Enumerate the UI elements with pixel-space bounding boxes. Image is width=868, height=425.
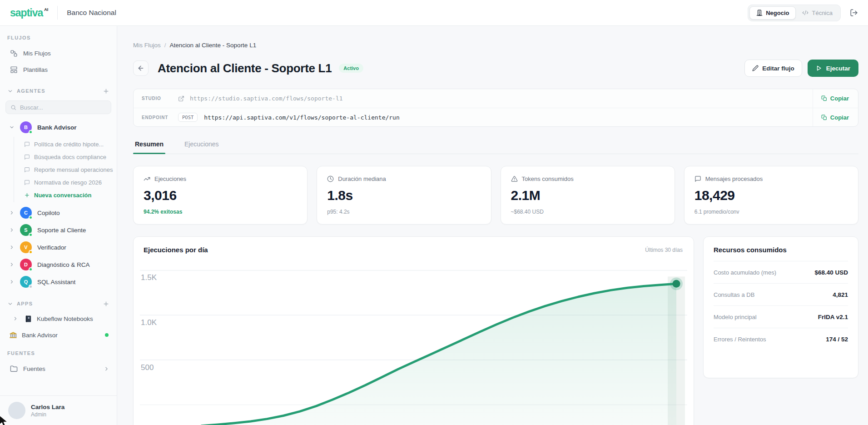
alert-triangle-icon (511, 175, 518, 182)
endpoint-dot[interactable] (673, 280, 680, 288)
conversation-item[interactable]: Búsqueda docs compliance (14, 150, 117, 163)
logo-ai-badge: AI (44, 7, 48, 12)
run-flow-button[interactable]: Ejecutar (808, 60, 858, 77)
breadcrumb-parent[interactable]: Mis Flujos (133, 42, 161, 49)
agentes-section-header[interactable]: AGENTES (0, 84, 117, 98)
sidebar-item-fuentes[interactable]: Fuentes (0, 360, 117, 377)
chart-range-label: Últimos 30 días (645, 247, 683, 253)
notebook-icon (25, 315, 32, 323)
apps-section-header[interactable]: APPS (0, 297, 117, 310)
stat-subtext: ~$68.40 USD (511, 209, 665, 215)
add-app-button[interactable] (103, 300, 109, 307)
status-dot (105, 333, 109, 337)
avatar: C (20, 207, 32, 219)
avatar (8, 402, 25, 419)
page-title: Atencion al Cliente - Soporte L1 (158, 61, 332, 75)
sidebar-item-plantillas[interactable]: Plantillas (0, 61, 117, 78)
external-link-icon[interactable] (178, 95, 184, 102)
stat-label: Ejecuciones (154, 175, 186, 182)
agent-name: Diagnóstico & RCA (37, 261, 90, 268)
search-input[interactable] (20, 104, 106, 111)
conversation-label: Reporte mensual operaciones (34, 166, 113, 173)
tab-resumen[interactable]: Resumen (133, 140, 165, 154)
resource-row: Consultas a DB 4,821 (714, 283, 848, 305)
agent-copiloto[interactable]: C Copiloto (0, 204, 117, 221)
main-content: Mis Flujos / Atencion al Cliente - Sopor… (117, 26, 868, 425)
agent-diagnostico[interactable]: D Diagnóstico & RCA (0, 256, 117, 273)
agent-bank-advisor[interactable]: B Bank Advisor (0, 119, 117, 136)
stat-card-ejecuciones: Ejecuciones 3,016 94.2% exitosas (133, 166, 308, 225)
stat-subtext: p95: 4.2s (327, 209, 481, 215)
chat-icon (24, 167, 30, 173)
area-fill (202, 284, 676, 425)
sidebar-item-mis-flujos[interactable]: Mis Flujos (0, 45, 117, 61)
add-agent-button[interactable] (103, 88, 109, 95)
agent-soporte[interactable]: S Soporte al Cliente (0, 221, 117, 239)
chat-icon (694, 175, 701, 182)
avatar-initial: S (24, 227, 27, 233)
toggle-tecnica-label: Técnica (812, 10, 833, 16)
agent-name: Copiloto (37, 210, 60, 216)
user-profile[interactable]: Carlos Lara Admin (0, 395, 117, 425)
apps-section-label: APPS (17, 301, 33, 306)
stat-value: 2.1M (511, 188, 665, 203)
top-header: saptiva AI Banco Nacional Negocio Técnic… (0, 0, 868, 26)
sidebar-scroll[interactable]: FLUJOS Mis Flujos Plantillas AGENTES (0, 26, 117, 395)
app-label: Kubeflow Notebooks (37, 315, 93, 322)
header-divider (57, 6, 58, 20)
chevron-right-icon (9, 262, 16, 267)
saptiva-logo[interactable]: saptiva AI (10, 8, 48, 18)
templates-icon (10, 66, 18, 74)
new-conversation-button[interactable]: Nueva conversación (14, 189, 117, 201)
conversation-item[interactable]: Reporte mensual operaciones (14, 163, 117, 176)
endpoint-row: ENDPOINT POST https://api.saptiva.com/v1… (134, 108, 858, 126)
edit-flow-label: Editar flujo (762, 65, 794, 72)
breadcrumb-current: Atencion al Cliente - Soporte L1 (170, 42, 257, 49)
studio-label: STUDIO (142, 96, 178, 101)
avatar-initial: B (24, 125, 28, 130)
status-dot (29, 215, 33, 220)
agent-name: Soporte al Cliente (37, 227, 86, 234)
chat-icon (24, 180, 30, 185)
endpoints-panel: STUDIO https://studio.saptiva.com/flows/… (133, 89, 858, 127)
stat-card-duracion: Duración mediana 1.8s p95: 4.2s (317, 166, 491, 225)
agent-sql-assistant[interactable]: Q SQL Assistant (0, 273, 117, 290)
tab-ejecuciones[interactable]: Ejecuciones (183, 140, 221, 154)
copy-endpoint-button[interactable]: Copiar (813, 108, 858, 126)
stat-subtext: 94.2% exitosas (144, 209, 297, 215)
agent-verificador[interactable]: V Verificador (0, 239, 117, 256)
logout-icon[interactable] (850, 9, 858, 17)
building-icon (756, 10, 763, 16)
chevron-down-icon (9, 125, 16, 130)
conversation-item[interactable]: Política de crédito hipote... (14, 138, 117, 150)
back-button[interactable] (133, 60, 149, 76)
flujos-section-label: FLUJOS (0, 35, 117, 40)
y-axis-tick: 500 (141, 363, 154, 372)
edit-flow-button[interactable]: Editar flujo (744, 60, 802, 77)
toggle-negocio-label: Negocio (766, 10, 789, 16)
status-dot (29, 267, 33, 271)
code-icon (802, 10, 808, 16)
new-conversation-label: Nueva conversación (34, 192, 91, 199)
plus-icon (24, 192, 30, 198)
endpoint-url[interactable]: https://api.saptiva.com/v1/flows/soporte… (204, 114, 399, 121)
app-bank-advisor[interactable]: Bank Advisor (0, 327, 117, 343)
agentes-section-label: AGENTES (17, 88, 45, 94)
conversation-label: Política de crédito hipote... (34, 141, 104, 148)
agent-name: Verificador (37, 244, 66, 251)
app-kubeflow[interactable]: Kubeflow Notebooks (0, 310, 117, 327)
chevron-down-icon (7, 88, 13, 94)
sidebar: FLUJOS Mis Flujos Plantillas AGENTES (0, 26, 117, 425)
clock-icon (327, 175, 334, 182)
studio-url[interactable]: https://studio.saptiva.com/flows/soporte… (190, 95, 343, 102)
toggle-tecnica[interactable]: Técnica (796, 7, 839, 19)
stat-label: Duración mediana (338, 175, 386, 182)
copy-studio-button[interactable]: Copiar (813, 89, 858, 108)
resources-card: Recursos consumidos Costo acumulado (mes… (703, 236, 858, 378)
conversation-item[interactable]: Normativa de riesgo 2026 (14, 176, 117, 189)
toggle-negocio[interactable]: Negocio (749, 6, 796, 20)
resource-row: Costo acumulado (mes) $68.40 USD (714, 261, 848, 283)
resource-value: $68.40 USD (814, 269, 848, 276)
avatar-initial: V (24, 245, 27, 250)
pencil-icon (752, 65, 759, 71)
